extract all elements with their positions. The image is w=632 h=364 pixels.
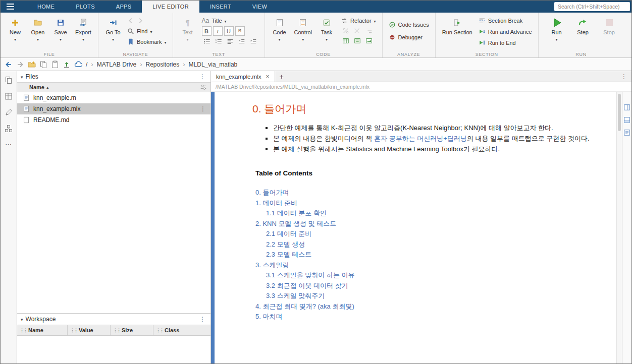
close-tab-icon[interactable] [266, 74, 269, 80]
files-panel-menu-icon[interactable] [198, 73, 207, 80]
section-break-button[interactable]: Section Break [477, 16, 534, 25]
tab-plots[interactable]: PLOTS [65, 1, 106, 13]
toc-link[interactable]: 3. 스케일링 [255, 260, 606, 271]
code-button[interactable]: Code [270, 15, 290, 51]
toc-link[interactable]: 1.1 데이터 분포 확인 [266, 208, 606, 219]
workspace-col-name[interactable]: Name [17, 325, 68, 335]
back-arrow-icon[interactable] [5, 60, 13, 69]
toc-link[interactable]: 3.1 스케일을 맞춰야 하는 이유 [266, 270, 606, 281]
title-style-dropdown[interactable]: Aa Title [200, 16, 260, 25]
file-browser-panel: Files Name knn_example.m knn_example.mlx… [17, 71, 211, 363]
toc-link[interactable]: 2.1 데이터 준비 [266, 229, 606, 239]
toc-link[interactable]: 2. KNN 모델 생성 및 테스트 [255, 219, 606, 229]
goto-button[interactable]: Go To [103, 15, 123, 51]
right-panel-strip [622, 92, 631, 363]
insert-image-icon[interactable] [364, 36, 374, 45]
workspace-panel-menu-icon[interactable] [198, 316, 207, 323]
breadcrumb-current-folder[interactable]: MLDL_via_matlab [189, 61, 238, 68]
tab-insert[interactable]: INSERT [199, 1, 242, 13]
insert-table-icon[interactable] [341, 36, 351, 45]
cloud-icon[interactable] [74, 60, 82, 69]
align-left-icon[interactable] [225, 37, 235, 46]
monospace-button[interactable]: M [235, 26, 245, 36]
toc-link[interactable]: 3.3 스케일 맞춰주기 [266, 291, 606, 301]
code-issues-button[interactable]: Code Issues [387, 20, 431, 29]
collapse-files-icon[interactable] [21, 73, 23, 80]
toc-link[interactable]: 0. 들어가며 [255, 188, 606, 198]
pen-panel-icon[interactable] [5, 108, 13, 116]
underline-button[interactable]: U [224, 26, 234, 36]
documents-panel-icon[interactable] [5, 76, 13, 84]
file-row-knn-example-mlx[interactable]: knn_example.mlx [17, 103, 210, 114]
toc-link[interactable]: 1. 데이터 준비 [255, 198, 606, 209]
run-button[interactable]: Run [547, 15, 567, 51]
file-row-menu-icon[interactable] [198, 105, 207, 112]
insert-equation-icon[interactable] [352, 36, 362, 45]
new-folder-icon[interactable] [28, 60, 36, 69]
editor-tab-knn-example[interactable]: knn_example.mlx [211, 71, 275, 82]
text-button: ¶ Text [178, 15, 198, 51]
tab-home[interactable]: HOME [27, 1, 65, 13]
tab-apps[interactable]: APPS [106, 1, 142, 13]
hamburger-menu-icon[interactable] [1, 1, 20, 13]
bulleted-list-icon[interactable] [202, 37, 212, 46]
search-input[interactable] [554, 2, 630, 11]
bookmark-button[interactable]: Bookmark [126, 37, 168, 46]
workspace-col-value[interactable]: Value [68, 325, 111, 335]
workspace-empty-area [17, 336, 210, 363]
collapse-workspace-icon[interactable] [21, 316, 23, 323]
export-button[interactable]: Export [73, 15, 93, 51]
file-row-knn-example-m[interactable]: knn_example.m [17, 92, 210, 103]
toc-link[interactable]: 3.2 최근접 이웃 데이터 찾기 [266, 281, 606, 291]
file-row-readme-md[interactable]: README.md [17, 114, 210, 126]
copy-icon[interactable] [39, 60, 47, 69]
save-button[interactable]: Save [50, 15, 71, 51]
increase-indent-icon[interactable] [248, 37, 258, 46]
column-settings-icon[interactable] [200, 84, 207, 91]
workspace-col-class[interactable]: Class [153, 325, 210, 335]
upload-icon[interactable] [63, 60, 71, 69]
column-grip-icon [70, 328, 77, 333]
panel-layout-bottom-icon[interactable] [623, 116, 630, 124]
task-button[interactable]: Task [317, 15, 337, 51]
debugger-button[interactable]: Debugger [387, 32, 431, 42]
new-tab-icon[interactable] [275, 71, 288, 82]
section-indicator-bar [211, 92, 215, 363]
workspace-col-size[interactable]: Size [111, 325, 153, 335]
book-link[interactable]: 혼자 공부하는 머신러닝+딥러닝 [374, 135, 467, 142]
open-button[interactable]: Open [28, 15, 48, 51]
grid-panel-icon[interactable] [5, 92, 13, 100]
more-panels-icon[interactable]: ⋯ [5, 141, 12, 148]
bold-button[interactable]: B [202, 26, 212, 36]
find-button[interactable]: Find [126, 26, 168, 36]
numbered-list-icon[interactable] [214, 37, 224, 46]
toc-link[interactable]: 2.2 모델 생성 [266, 239, 606, 250]
paste-icon[interactable] [51, 60, 59, 69]
toc-link[interactable]: 4. 최근접 최대 몇개? (aka 최최몇) [255, 301, 606, 312]
step-button[interactable]: Step [573, 15, 593, 51]
scrollbar-thumb[interactable] [618, 94, 621, 131]
refactor-button[interactable]: Refactor [339, 16, 378, 25]
run-to-end-button[interactable]: Run to End [477, 38, 534, 47]
new-button[interactable]: New [5, 15, 25, 51]
files-column-header[interactable]: Name [17, 82, 210, 92]
panel-layout-right-icon[interactable] [623, 104, 630, 111]
name-column-header[interactable]: Name [29, 84, 49, 90]
italic-button[interactable]: I [213, 26, 223, 36]
tab-live-editor[interactable]: LIVE EDITOR [142, 1, 199, 13]
editor-tab-menu-icon[interactable] [616, 71, 631, 82]
run-section-button[interactable]: Run Section [440, 15, 475, 51]
toc-link[interactable]: 5. 마치며 [255, 312, 606, 322]
control-button[interactable]: Control [292, 15, 314, 51]
tab-view[interactable]: VIEW [242, 1, 278, 13]
breadcrumb-root[interactable]: / [86, 61, 87, 68]
control-icon [299, 16, 307, 29]
decrease-indent-icon[interactable] [237, 37, 247, 46]
blocks-panel-icon[interactable] [5, 125, 13, 133]
panel-outline-icon[interactable] [623, 129, 630, 136]
run-and-advance-button[interactable]: Run and Advance [477, 27, 534, 36]
breadcrumb-matlab-drive[interactable]: MATLAB Drive [97, 61, 136, 68]
breadcrumb-repositories[interactable]: Repositories [146, 61, 180, 68]
forward-arrow-icon[interactable] [16, 60, 24, 69]
toc-link[interactable]: 2.3 모델 테스트 [266, 250, 606, 260]
